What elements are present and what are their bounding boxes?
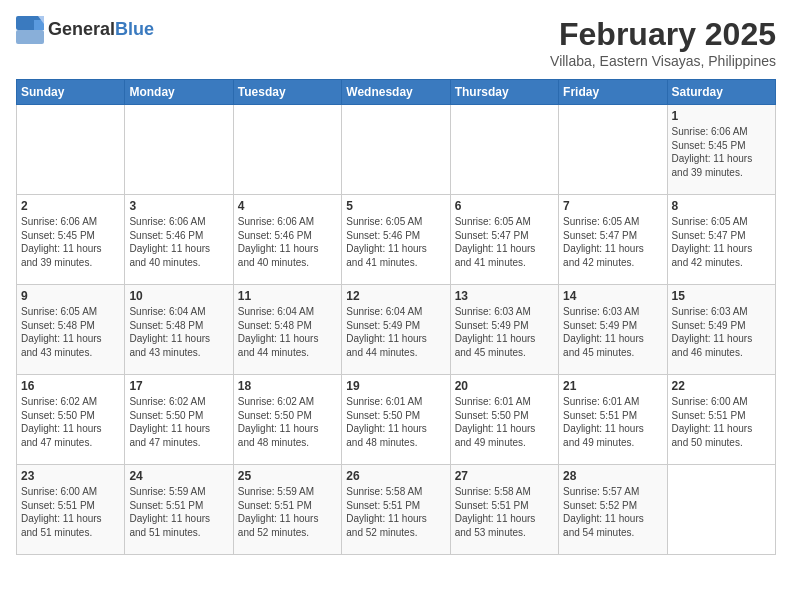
- day-number: 21: [563, 379, 662, 393]
- day-header-saturday: Saturday: [667, 80, 775, 105]
- day-number: 18: [238, 379, 337, 393]
- calendar-cell: 4Sunrise: 6:06 AM Sunset: 5:46 PM Daylig…: [233, 195, 341, 285]
- day-info: Sunrise: 6:04 AM Sunset: 5:48 PM Dayligh…: [238, 305, 337, 359]
- day-number: 8: [672, 199, 771, 213]
- calendar-cell: [342, 105, 450, 195]
- day-number: 27: [455, 469, 554, 483]
- days-header-row: SundayMondayTuesdayWednesdayThursdayFrid…: [17, 80, 776, 105]
- calendar-cell: [17, 105, 125, 195]
- logo-blue: Blue: [115, 19, 154, 39]
- logo-text: GeneralBlue: [48, 20, 154, 40]
- day-number: 24: [129, 469, 228, 483]
- day-number: 4: [238, 199, 337, 213]
- calendar-cell: 18Sunrise: 6:02 AM Sunset: 5:50 PM Dayli…: [233, 375, 341, 465]
- week-row-2: 2Sunrise: 6:06 AM Sunset: 5:45 PM Daylig…: [17, 195, 776, 285]
- calendar-cell: 7Sunrise: 6:05 AM Sunset: 5:47 PM Daylig…: [559, 195, 667, 285]
- day-info: Sunrise: 6:06 AM Sunset: 5:46 PM Dayligh…: [129, 215, 228, 269]
- calendar-cell: [450, 105, 558, 195]
- week-row-5: 23Sunrise: 6:00 AM Sunset: 5:51 PM Dayli…: [17, 465, 776, 555]
- day-number: 19: [346, 379, 445, 393]
- day-info: Sunrise: 5:57 AM Sunset: 5:52 PM Dayligh…: [563, 485, 662, 539]
- day-info: Sunrise: 5:58 AM Sunset: 5:51 PM Dayligh…: [346, 485, 445, 539]
- day-info: Sunrise: 6:02 AM Sunset: 5:50 PM Dayligh…: [238, 395, 337, 449]
- day-info: Sunrise: 6:03 AM Sunset: 5:49 PM Dayligh…: [455, 305, 554, 359]
- day-header-tuesday: Tuesday: [233, 80, 341, 105]
- calendar-cell: [667, 465, 775, 555]
- calendar-cell: 12Sunrise: 6:04 AM Sunset: 5:49 PM Dayli…: [342, 285, 450, 375]
- calendar-cell: 19Sunrise: 6:01 AM Sunset: 5:50 PM Dayli…: [342, 375, 450, 465]
- week-row-4: 16Sunrise: 6:02 AM Sunset: 5:50 PM Dayli…: [17, 375, 776, 465]
- week-row-1: 1Sunrise: 6:06 AM Sunset: 5:45 PM Daylig…: [17, 105, 776, 195]
- day-number: 7: [563, 199, 662, 213]
- calendar-cell: 21Sunrise: 6:01 AM Sunset: 5:51 PM Dayli…: [559, 375, 667, 465]
- calendar-cell: 25Sunrise: 5:59 AM Sunset: 5:51 PM Dayli…: [233, 465, 341, 555]
- calendar-cell: 14Sunrise: 6:03 AM Sunset: 5:49 PM Dayli…: [559, 285, 667, 375]
- calendar-cell: 1Sunrise: 6:06 AM Sunset: 5:45 PM Daylig…: [667, 105, 775, 195]
- calendar-cell: 15Sunrise: 6:03 AM Sunset: 5:49 PM Dayli…: [667, 285, 775, 375]
- day-info: Sunrise: 5:59 AM Sunset: 5:51 PM Dayligh…: [238, 485, 337, 539]
- day-info: Sunrise: 6:06 AM Sunset: 5:45 PM Dayligh…: [21, 215, 120, 269]
- day-info: Sunrise: 5:58 AM Sunset: 5:51 PM Dayligh…: [455, 485, 554, 539]
- calendar-cell: [125, 105, 233, 195]
- calendar-cell: 22Sunrise: 6:00 AM Sunset: 5:51 PM Dayli…: [667, 375, 775, 465]
- day-number: 23: [21, 469, 120, 483]
- day-number: 17: [129, 379, 228, 393]
- day-number: 2: [21, 199, 120, 213]
- day-info: Sunrise: 6:04 AM Sunset: 5:48 PM Dayligh…: [129, 305, 228, 359]
- day-info: Sunrise: 6:02 AM Sunset: 5:50 PM Dayligh…: [21, 395, 120, 449]
- calendar-cell: 20Sunrise: 6:01 AM Sunset: 5:50 PM Dayli…: [450, 375, 558, 465]
- day-info: Sunrise: 6:05 AM Sunset: 5:47 PM Dayligh…: [672, 215, 771, 269]
- logo-icon: [16, 16, 44, 44]
- calendar-cell: 17Sunrise: 6:02 AM Sunset: 5:50 PM Dayli…: [125, 375, 233, 465]
- calendar-cell: 5Sunrise: 6:05 AM Sunset: 5:46 PM Daylig…: [342, 195, 450, 285]
- calendar-table: SundayMondayTuesdayWednesdayThursdayFrid…: [16, 79, 776, 555]
- calendar-cell: 27Sunrise: 5:58 AM Sunset: 5:51 PM Dayli…: [450, 465, 558, 555]
- calendar-cell: [233, 105, 341, 195]
- title-block: February 2025 Villaba, Eastern Visayas, …: [550, 16, 776, 69]
- calendar-cell: 16Sunrise: 6:02 AM Sunset: 5:50 PM Dayli…: [17, 375, 125, 465]
- day-info: Sunrise: 6:03 AM Sunset: 5:49 PM Dayligh…: [563, 305, 662, 359]
- calendar-cell: 26Sunrise: 5:58 AM Sunset: 5:51 PM Dayli…: [342, 465, 450, 555]
- logo-general: General: [48, 19, 115, 39]
- day-header-sunday: Sunday: [17, 80, 125, 105]
- calendar-cell: 28Sunrise: 5:57 AM Sunset: 5:52 PM Dayli…: [559, 465, 667, 555]
- day-info: Sunrise: 6:02 AM Sunset: 5:50 PM Dayligh…: [129, 395, 228, 449]
- day-info: Sunrise: 6:00 AM Sunset: 5:51 PM Dayligh…: [672, 395, 771, 449]
- day-number: 9: [21, 289, 120, 303]
- day-number: 16: [21, 379, 120, 393]
- day-header-thursday: Thursday: [450, 80, 558, 105]
- day-info: Sunrise: 6:05 AM Sunset: 5:47 PM Dayligh…: [563, 215, 662, 269]
- calendar-cell: [559, 105, 667, 195]
- calendar-cell: 23Sunrise: 6:00 AM Sunset: 5:51 PM Dayli…: [17, 465, 125, 555]
- day-number: 5: [346, 199, 445, 213]
- calendar-cell: 9Sunrise: 6:05 AM Sunset: 5:48 PM Daylig…: [17, 285, 125, 375]
- week-row-3: 9Sunrise: 6:05 AM Sunset: 5:48 PM Daylig…: [17, 285, 776, 375]
- day-info: Sunrise: 6:04 AM Sunset: 5:49 PM Dayligh…: [346, 305, 445, 359]
- day-info: Sunrise: 6:03 AM Sunset: 5:49 PM Dayligh…: [672, 305, 771, 359]
- month-title: February 2025: [550, 16, 776, 53]
- day-number: 12: [346, 289, 445, 303]
- calendar-cell: 2Sunrise: 6:06 AM Sunset: 5:45 PM Daylig…: [17, 195, 125, 285]
- day-number: 11: [238, 289, 337, 303]
- calendar-cell: 24Sunrise: 5:59 AM Sunset: 5:51 PM Dayli…: [125, 465, 233, 555]
- day-header-friday: Friday: [559, 80, 667, 105]
- day-number: 10: [129, 289, 228, 303]
- day-info: Sunrise: 6:06 AM Sunset: 5:45 PM Dayligh…: [672, 125, 771, 179]
- day-number: 20: [455, 379, 554, 393]
- day-number: 13: [455, 289, 554, 303]
- day-number: 28: [563, 469, 662, 483]
- day-info: Sunrise: 6:05 AM Sunset: 5:48 PM Dayligh…: [21, 305, 120, 359]
- calendar-cell: 11Sunrise: 6:04 AM Sunset: 5:48 PM Dayli…: [233, 285, 341, 375]
- day-info: Sunrise: 6:06 AM Sunset: 5:46 PM Dayligh…: [238, 215, 337, 269]
- logo: GeneralBlue: [16, 16, 154, 44]
- day-number: 15: [672, 289, 771, 303]
- day-info: Sunrise: 6:01 AM Sunset: 5:50 PM Dayligh…: [346, 395, 445, 449]
- calendar-cell: 3Sunrise: 6:06 AM Sunset: 5:46 PM Daylig…: [125, 195, 233, 285]
- day-number: 1: [672, 109, 771, 123]
- day-number: 3: [129, 199, 228, 213]
- calendar-cell: 8Sunrise: 6:05 AM Sunset: 5:47 PM Daylig…: [667, 195, 775, 285]
- day-info: Sunrise: 6:05 AM Sunset: 5:46 PM Dayligh…: [346, 215, 445, 269]
- calendar-cell: 13Sunrise: 6:03 AM Sunset: 5:49 PM Dayli…: [450, 285, 558, 375]
- day-number: 25: [238, 469, 337, 483]
- day-header-monday: Monday: [125, 80, 233, 105]
